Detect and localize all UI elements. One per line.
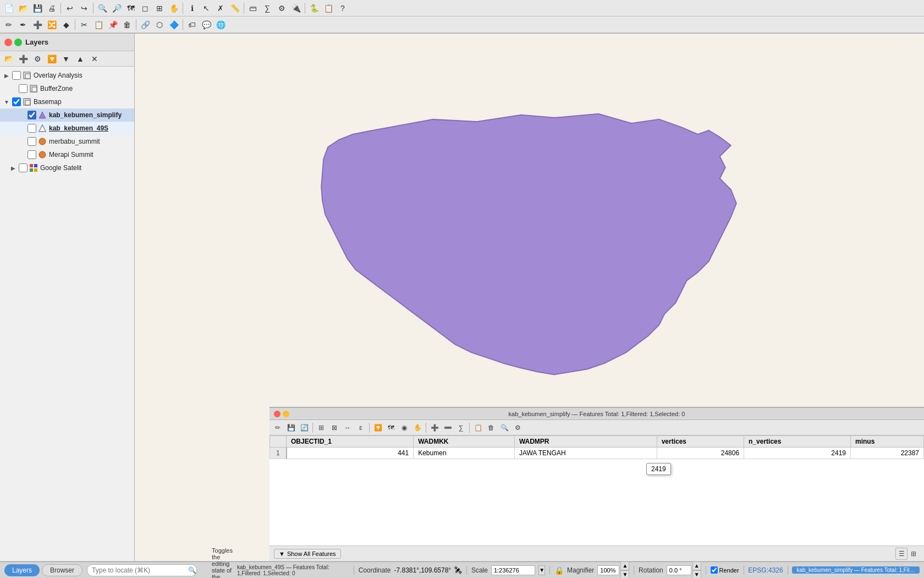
scale-input[interactable] [491,565,535,575]
tb-move-feature[interactable]: 🔀 [45,18,58,31]
tb-digitize[interactable]: ✒ [16,18,30,31]
tb-snap[interactable]: 🔗 [139,18,152,31]
tb-redo[interactable]: ↪ [78,2,91,15]
tb-add-feature[interactable]: ➕ [31,18,44,31]
layers-expand-btn[interactable]: ▼ [59,52,73,66]
panel-remove-attr-btn[interactable]: 🗑 [485,422,497,434]
tb-cut[interactable]: ✂ [78,18,91,31]
tb-georef[interactable]: 🌐 [214,18,227,31]
tb-plugins[interactable]: 🔌 [289,2,302,15]
panel-pan-btn[interactable]: ✋ [411,422,424,434]
panel-add-row-btn[interactable]: ➕ [428,422,441,434]
tb-pan[interactable]: ✋ [167,2,180,15]
rotation-down-btn[interactable]: ▼ [692,570,701,579]
tb-new[interactable]: 📄 [2,2,15,15]
layer-item-bufferzone[interactable]: BufferZone [0,82,134,95]
tb-measure[interactable]: 📏 [228,2,241,15]
checkbox-basemap[interactable] [12,97,21,106]
tb-copy[interactable]: 📋 [92,18,105,31]
panel-select-all-btn[interactable]: ⊞ [315,422,327,434]
layers-open-btn[interactable]: 📂 [2,52,15,66]
tb-python[interactable]: 🐍 [307,2,321,15]
checkbox-simplify[interactable] [28,111,36,119]
panel-filter-btn[interactable]: 🔽 [372,422,384,434]
panel-form-btn[interactable]: ⚙ [512,422,524,434]
tb-help[interactable]: ? [336,2,349,15]
tb-identify[interactable]: ℹ [185,2,199,15]
layer-item-merbabu[interactable]: merbabu_summit [0,135,134,148]
panel-delete-row-btn[interactable]: ➖ [442,422,454,434]
tb-zoom-layer[interactable]: ◻ [139,2,152,15]
layers-remove-btn[interactable]: ✕ [88,52,101,66]
rotation-up-btn[interactable]: ▲ [692,561,701,570]
tb-reshape[interactable]: 🔷 [167,18,180,31]
layer-item-overlay-analysis[interactable]: ▶ Overlay Analysis [0,69,134,82]
tb-field-calc[interactable]: ∑ [261,2,274,15]
layers-add-btn[interactable]: ➕ [16,52,30,66]
layers-settings-btn[interactable]: ⚙ [31,52,44,66]
tab-browser[interactable]: Browser [42,564,82,576]
checkbox-google[interactable] [19,163,28,172]
checkbox-overlay[interactable] [12,71,21,80]
layers-filter-btn[interactable]: 🔽 [45,52,58,66]
tb-log[interactable]: 📋 [322,2,335,15]
tb-label[interactable]: 🏷 [185,18,199,31]
panel-close-btn[interactable] [274,411,280,417]
tab-layers[interactable]: Layers [4,564,40,576]
panel-zoom-map-btn[interactable]: 🗺 [385,422,397,434]
checkbox-merapi[interactable] [28,150,36,159]
checkbox-bufferzone[interactable] [19,84,28,93]
panel-deselect-btn[interactable]: ⊠ [328,422,340,434]
panel-save-btn[interactable]: 💾 [285,422,297,434]
sidebar-close-btn[interactable] [4,39,12,46]
magnifier-down-btn[interactable]: ▼ [620,570,629,579]
panel-invert-btn[interactable]: ↔ [342,422,354,434]
col-header-vertices[interactable]: vertices [657,436,744,448]
layer-item-kab-49s[interactable]: kab_kebumen_49S [0,122,134,135]
layer-item-merapi[interactable]: Merapi Summit [0,148,134,161]
rotation-input[interactable] [667,565,691,575]
tb-open[interactable]: 📂 [16,2,30,15]
tb-annotation[interactable]: 💬 [200,18,213,31]
table-row[interactable]: 1 441 Kebumen JAWA TENGAH 24806 2419 223… [270,448,924,459]
col-header-wadmpr[interactable]: WADMPR [514,436,657,448]
tb-zoom-full[interactable]: 🗺 [124,2,138,15]
panel-search-btn[interactable]: 🔍 [498,422,510,434]
panel-min-btn[interactable] [283,411,289,417]
magnifier-up-btn[interactable]: ▲ [620,561,629,570]
col-header-objectid[interactable]: OBJECTID_1 [287,436,414,448]
panel-edit-btn[interactable]: ✏ [272,422,284,434]
tb-processing[interactable]: ⚙ [275,2,288,15]
show-all-features-btn[interactable]: ▼ Show All Features [274,549,341,559]
tb-zoom-in[interactable]: 🔍 [96,2,109,15]
tb-zoom-out[interactable]: 🔎 [110,2,123,15]
tb-paste[interactable]: 📌 [106,18,119,31]
tb-save-as[interactable]: 🖨 [45,2,58,15]
tb-deselect[interactable]: ✗ [214,2,227,15]
layer-item-basemap[interactable]: ▼ Basemap [0,95,134,108]
panel-table-view-btn[interactable]: ☰ [895,548,908,560]
col-header-nvertices[interactable]: n_vertices [744,436,851,448]
tb-save[interactable]: 💾 [31,2,44,15]
sidebar-expand-btn[interactable] [14,39,22,46]
locate-input[interactable] [87,564,197,576]
layer-item-google[interactable]: ▶ Google Satelit [0,161,134,175]
tb-select[interactable]: ↖ [200,2,213,15]
panel-zoom-layer-btn[interactable]: ◉ [398,422,410,434]
tb-topology[interactable]: ⬡ [153,18,166,31]
col-header-wadmkk[interactable]: WADMKK [414,436,515,448]
magnifier-input[interactable] [597,565,619,575]
scale-dropdown-btn[interactable]: ▼ [538,565,545,575]
tb-undo[interactable]: ↩ [63,2,76,15]
layer-item-kab-simplify[interactable]: kab_kebumen_simplify [0,108,134,122]
tb-zoom-select[interactable]: ⊞ [153,2,166,15]
panel-field-calc-btn[interactable]: ∑ [455,422,467,434]
render-checkbox[interactable] [711,566,718,574]
tb-attribute-table[interactable]: 🗃 [246,2,260,15]
gps-icon[interactable]: 🛰 [454,566,462,575]
tb-node-tool[interactable]: ◆ [59,18,73,31]
tb-edit-toggle[interactable]: ✏ [2,18,15,31]
layers-collapse-btn[interactable]: ▲ [74,52,87,66]
panel-form-view-btn[interactable]: ⊞ [908,548,920,560]
panel-new-attr-btn[interactable]: 📋 [472,422,484,434]
